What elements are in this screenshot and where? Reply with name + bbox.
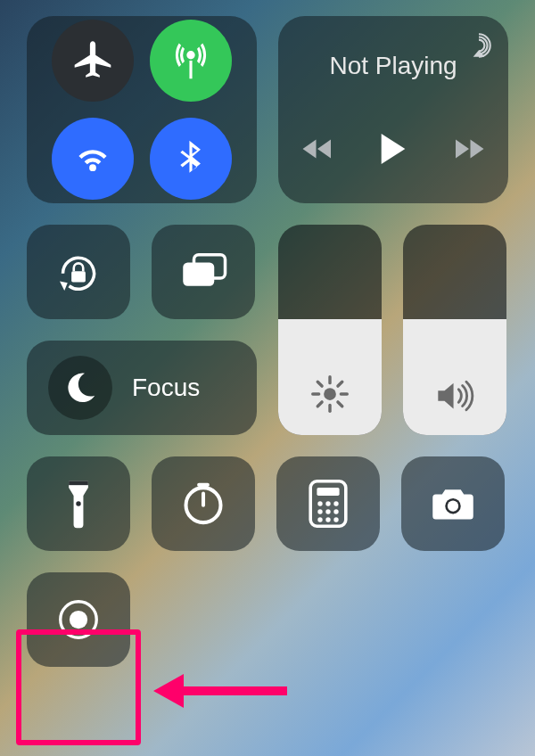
control-center: Not Playing Focus: [0, 0, 535, 756]
camera-button[interactable]: [401, 456, 505, 551]
timer-icon: [180, 481, 226, 527]
calculator-icon: [309, 480, 348, 528]
speaker-icon: [434, 378, 475, 414]
svg-rect-13: [69, 481, 88, 486]
svg-point-26: [325, 517, 330, 522]
orientation-lock-button[interactable]: [27, 225, 130, 319]
svg-point-23: [325, 509, 330, 514]
wifi-button[interactable]: [52, 118, 134, 200]
connectivity-group[interactable]: [27, 16, 257, 203]
sun-icon: [310, 374, 350, 414]
wifi-icon: [70, 136, 115, 181]
airplay-icon: [464, 30, 494, 61]
volume-icon-wrap: [403, 378, 506, 414]
sliders: [278, 225, 506, 435]
svg-point-27: [333, 517, 338, 522]
left-stack: Focus: [27, 225, 257, 435]
timer-button[interactable]: [152, 456, 255, 551]
svg-rect-1: [183, 263, 214, 286]
svg-point-25: [317, 517, 322, 522]
svg-rect-18: [317, 488, 339, 496]
svg-point-31: [70, 611, 87, 629]
svg-rect-0: [71, 271, 86, 282]
svg-line-10: [338, 382, 342, 386]
brightness-slider[interactable]: [278, 225, 382, 435]
bluetooth-button[interactable]: [150, 118, 232, 200]
focus-button[interactable]: Focus: [27, 341, 257, 435]
svg-point-22: [317, 509, 322, 514]
row-middle: Focus: [27, 225, 508, 435]
antenna-icon: [169, 38, 213, 83]
orientation-lock-icon: [54, 247, 103, 297]
play-button[interactable]: [378, 132, 408, 166]
svg-line-8: [317, 382, 322, 386]
cellular-button[interactable]: [150, 20, 232, 102]
media-controls: [301, 132, 485, 166]
row-utilities: [27, 456, 508, 551]
focus-icon-circle: [48, 356, 112, 420]
screen-mirroring-button[interactable]: [152, 225, 255, 319]
screen-mirroring-icon: [178, 251, 228, 293]
fast-forward-button[interactable]: [453, 136, 485, 161]
volume-slider[interactable]: [403, 225, 506, 435]
brightness-icon-wrap: [278, 374, 382, 414]
svg-line-11: [317, 402, 322, 407]
flashlight-button[interactable]: [27, 456, 130, 551]
row-top: Not Playing: [27, 16, 508, 203]
flashlight-icon: [62, 478, 95, 530]
rewind-button[interactable]: [301, 136, 333, 161]
camera-icon: [428, 484, 478, 523]
airplay-button[interactable]: [464, 30, 494, 64]
svg-point-21: [333, 501, 338, 505]
calculator-button[interactable]: [276, 456, 380, 551]
row-recording: [27, 572, 508, 667]
svg-point-24: [333, 509, 338, 514]
airplane-mode-button[interactable]: [52, 20, 134, 102]
svg-point-20: [325, 501, 330, 505]
moon-icon: [62, 370, 98, 406]
svg-point-12: [76, 501, 80, 505]
svg-point-29: [448, 501, 458, 512]
svg-point-3: [324, 388, 336, 400]
media-player-tile[interactable]: Not Playing: [278, 16, 508, 203]
screen-recording-button[interactable]: [27, 572, 130, 667]
focus-label: Focus: [132, 374, 200, 402]
media-title-text: Not Playing: [329, 52, 457, 80]
bluetooth-icon: [169, 136, 213, 181]
airplane-icon: [70, 38, 115, 83]
record-icon: [54, 596, 103, 644]
svg-line-9: [338, 402, 342, 407]
svg-point-19: [317, 501, 322, 505]
